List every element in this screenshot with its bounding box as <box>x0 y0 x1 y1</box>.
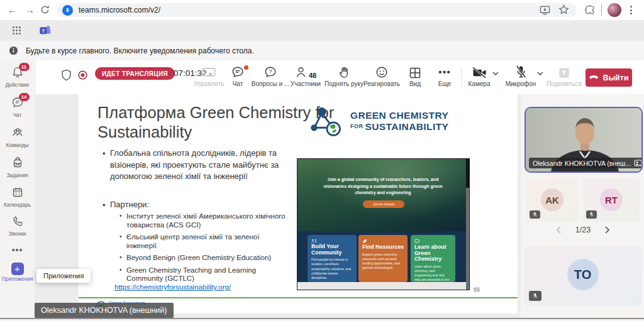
partner-item: Green Chemistry Teaching and Learning Co… <box>126 266 291 283</box>
sidebar-item-assignments[interactable]: Задания <box>0 156 35 178</box>
backpack-icon <box>11 156 24 169</box>
svg-text:?: ? <box>269 68 272 75</box>
svg-text:T: T <box>42 28 45 34</box>
participants-count: 48 <box>309 72 316 79</box>
participant-tile-ak[interactable]: AK <box>526 178 578 222</box>
share-icon <box>543 65 585 79</box>
sidebar-more-icon[interactable]: ••• <box>0 245 35 255</box>
slide-title: Платформа Green Chemistry for Sustainabi… <box>97 103 340 141</box>
microphone-button[interactable]: Микрофон <box>500 65 541 87</box>
slide-divider-line <box>79 297 518 298</box>
page-prev-icon[interactable] <box>556 226 561 234</box>
teams-people-icon <box>11 126 24 139</box>
extensions-icon[interactable] <box>585 5 595 15</box>
partners-list: Інститут зеленої хімії Американського хі… <box>126 212 291 287</box>
main-speaker-video[interactable]: Oleksandr KHOKHOTVA (внеш... <box>525 107 643 173</box>
sidebar-item-teams[interactable]: Команды <box>0 126 35 148</box>
banner-text: Будьте в курсе главного. Включите уведом… <box>26 46 254 55</box>
slide-bullet-1: • Глобальна спільнота дослідників, лідер… <box>110 148 299 183</box>
browser-reload-icon[interactable] <box>40 5 50 14</box>
website-hero-text: Join a global community of researchers, … <box>317 177 449 197</box>
mic-permission-icon[interactable] <box>62 5 73 16</box>
browser-toolbar: ← → teams.microsoft.com/v2/ <box>0 0 644 21</box>
sidebar-item-apps[interactable]: + Приложения <box>0 263 35 282</box>
meeting-toolbar: ИДЕТ ТРАНСЛЯЦИЯ 07:01:32 Управлять Чат ?… <box>35 60 644 94</box>
join-network-button: Join the Network <box>363 200 404 208</box>
logo-line1: GREEN CHEMISTRY <box>350 110 448 121</box>
app-launcher-icon[interactable] <box>12 26 21 35</box>
camera-chevron-icon[interactable] <box>492 72 499 75</box>
recording-indicator-icon[interactable] <box>77 70 88 80</box>
teams-logo-icon[interactable]: T <box>39 24 52 36</box>
shared-slide: Платформа Green Chemistry for Sustainabi… <box>79 94 518 313</box>
sidebar-item-calls[interactable]: Звонки <box>0 215 35 237</box>
page-next-icon[interactable] <box>605 226 610 234</box>
participants-icon: 48 <box>285 65 326 79</box>
microphone-off-icon <box>500 65 541 79</box>
security-shield-icon[interactable] <box>61 69 72 81</box>
window-bottom-edge <box>0 318 644 319</box>
send-to-device-icon[interactable] <box>540 5 550 15</box>
sidebar-item-calendar[interactable]: Календарь <box>0 186 35 208</box>
gc4s-logo: GREEN CHEMISTRY FORSUSTAINABILITY <box>309 106 448 137</box>
card-find-resources: Find Resources Explore green chemistry r… <box>358 235 408 282</box>
browser-menu-icon[interactable] <box>630 6 632 14</box>
partner-item: Єльський центр зеленої хімії та зеленої … <box>126 233 291 250</box>
leave-button[interactable]: Выйти <box>586 68 632 87</box>
participant-status-icon <box>634 160 642 166</box>
molecule-globe-icon <box>309 106 344 137</box>
live-streaming-badge: ИДЕТ ТРАНСЛЯЦИЯ <box>95 67 175 80</box>
participant-tile-rt[interactable]: RT <box>583 178 640 222</box>
browser-address-bar[interactable]: teams.microsoft.com/v2/ <box>57 3 577 17</box>
chat-badge: 14 <box>19 93 30 101</box>
presenter-name-overlay: Oleksandr KHOKHOTVA (внешний) <box>35 303 174 318</box>
slide-page-number: 55 <box>474 286 480 293</box>
url-text: teams.microsoft.com/v2/ <box>79 6 160 14</box>
raise-hand-button[interactable]: Поднять руку <box>323 65 365 87</box>
phone-icon <box>11 215 24 227</box>
website-screenshot: Join a global community of researchers, … <box>297 158 470 290</box>
sidebar-item-activity[interactable]: 11 Действие <box>0 66 35 88</box>
logo-line2: SUSTAINABILITY <box>365 121 449 132</box>
bookmark-star-icon[interactable] <box>558 4 569 15</box>
camera-button[interactable]: Камера <box>458 65 500 87</box>
apps-tooltip: Приложения <box>36 269 91 283</box>
website-scrollbar <box>466 159 469 290</box>
muted-mic-icon <box>529 291 541 301</box>
card-learn-green-chemistry: Learn about Green Chemistry Learn about … <box>411 235 455 282</box>
muted-mic-icon <box>530 210 540 219</box>
slide-hyperlink[interactable]: https://chemistryforsustainability.org/ <box>114 283 231 291</box>
partner-item: Beyond Benign (Green Chemistry Education… <box>126 254 291 263</box>
notification-banner: Будьте в курсе главного. Включите уведом… <box>0 41 644 61</box>
avatar-initials: TO <box>567 259 599 290</box>
microphone-chevron-icon[interactable] <box>537 72 543 75</box>
avatar-initials: AK <box>541 188 564 211</box>
chat-notification-dot <box>244 65 248 70</box>
activity-badge: 11 <box>19 63 30 71</box>
participant-tile-to[interactable]: TO <box>524 246 641 306</box>
community-icon <box>311 239 353 243</box>
share-button[interactable]: Поделиться <box>543 65 585 87</box>
speaker-name-label: Oleksandr KHOKHOTVA (внеш... <box>529 158 643 168</box>
partner-item: Інститут зеленої хімії Американського хі… <box>126 212 291 229</box>
chat-bubble-icon: 14 <box>11 96 24 109</box>
slide-bullet-2: • Партнери: <box>110 200 149 209</box>
browser-back-icon[interactable]: ← <box>8 0 17 20</box>
raise-hand-icon <box>323 65 365 79</box>
divider <box>601 4 602 16</box>
hangup-icon <box>589 75 599 80</box>
apps-plus-icon: + <box>11 263 24 275</box>
teams-app-header: T <box>0 20 644 41</box>
browser-profile-avatar[interactable] <box>608 3 621 17</box>
browser-forward-icon[interactable]: → <box>25 0 35 20</box>
muted-mic-icon <box>586 210 597 219</box>
leaf-icon <box>362 239 404 244</box>
participants-button[interactable]: 48 Участники <box>285 65 326 87</box>
sidebar-item-chat[interactable]: 14 Чат <box>0 96 35 118</box>
info-icon <box>9 46 18 55</box>
logo-for: FOR <box>350 123 364 129</box>
calendar-icon <box>11 186 24 199</box>
teams-left-rail: 11 Действие 14 Чат Команды Задания <box>0 60 35 321</box>
bell-icon: 11 <box>11 66 24 79</box>
participants-video-panel: Oleksandr KHOKHOTVA (внеш... AK RT 1/23 <box>521 94 644 321</box>
